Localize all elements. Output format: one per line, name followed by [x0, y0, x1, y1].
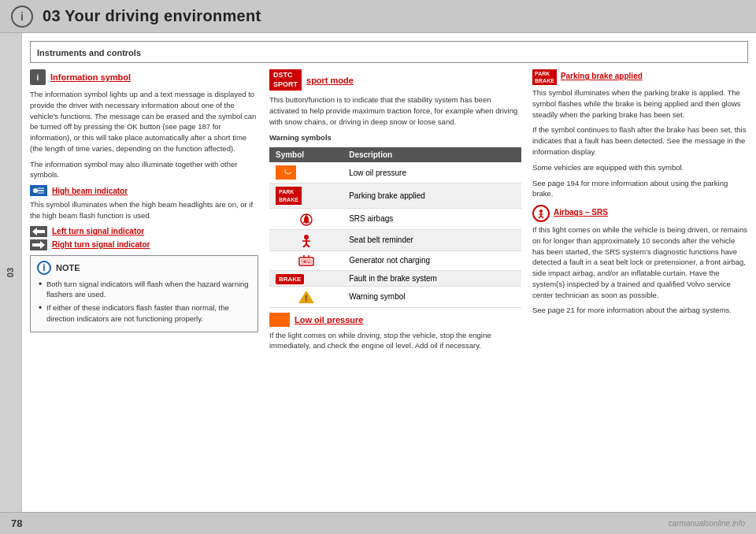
svg-point-0: [33, 188, 38, 193]
parking-brake-note: Some vehicles are equipped with this sym…: [532, 162, 748, 173]
high-beam-label: High beam indicator: [52, 187, 128, 195]
warning-symbols-label: Warning symbols: [269, 132, 521, 143]
park-brake-badge: PARKBRAKE: [276, 187, 302, 204]
table-cell-symbol: + -: [269, 250, 343, 270]
table-row: BRAKE Fault in the brake system: [269, 270, 521, 286]
generator-icon: + -: [276, 254, 336, 267]
main-layout: 03 Instruments and controls i Informatio…: [0, 33, 756, 512]
warning-symbols-table: Symbol Description: [269, 147, 521, 307]
table-cell-symbol: PARKBRAKE: [269, 184, 343, 208]
high-beam-body: This symbol illuminates when the high be…: [30, 199, 258, 221]
right-turn-row: Right turn signal indicator: [30, 239, 258, 250]
dstc-line2: SPORT: [273, 80, 298, 90]
parking-brake-title: Parking brake applied: [561, 72, 643, 80]
svg-marker-4: [32, 228, 45, 235]
table-cell-symbol: [269, 208, 343, 229]
note-box: i NOTE Both turn signal indicators will …: [30, 255, 258, 332]
oil-pressure-icon: [276, 165, 296, 180]
table-cell-desc: Generator not charging: [343, 250, 521, 270]
chapter-number: 03: [6, 268, 16, 277]
parking-brake-page-ref: See page 194 for more information about …: [532, 178, 748, 200]
low-oil-body: If the light comes on while driving, sto…: [269, 330, 521, 352]
park-icon-sm: PARKBRAKE: [532, 69, 557, 85]
table-cell-desc: Seat belt reminder: [343, 229, 521, 250]
table-header-description: Description: [343, 147, 521, 162]
note-header: i NOTE: [37, 261, 251, 275]
section-box: Instruments and controls: [30, 41, 748, 63]
table-header-symbol: Symbol: [269, 147, 343, 162]
parking-brake-body1: This symbol illuminates when the parking…: [532, 87, 748, 120]
info-symbol-header: i Information symbol: [30, 69, 258, 85]
airbags-title: Airbags – SRS: [554, 208, 608, 217]
left-turn-icon: [30, 226, 47, 237]
middle-column: DSTC SPORT sport mode This button/functi…: [269, 69, 521, 507]
dstc-title: sport mode: [306, 76, 354, 85]
table-row: ! Warning symbol: [269, 286, 521, 307]
info-symbol-body1: The information symbol lights up and a t…: [30, 89, 258, 154]
info-symbol-title: Information symbol: [50, 72, 131, 82]
watermark-text: carmanualsonline.info: [669, 519, 745, 528]
table-row: + - Generator not charging: [269, 250, 521, 270]
left-column: i Information symbol The information sym…: [30, 69, 258, 507]
high-beam-icon: [30, 185, 47, 196]
airbags-body: If this light comes on while the vehicle…: [532, 224, 748, 300]
svg-point-11: [304, 235, 309, 239]
table-row: SRS airbags: [269, 208, 521, 229]
table-cell-desc: Warning symbol: [343, 286, 521, 307]
dstc-line1: DSTC: [273, 71, 298, 80]
seatbelt-icon: [276, 233, 336, 247]
table-cell-symbol: [269, 229, 343, 250]
table-row: Low oil pressure: [269, 162, 521, 184]
svg-point-24: [539, 210, 543, 213]
parking-brake-header-row: PARKBRAKE Parking brake applied: [532, 69, 748, 85]
page-title: 03 Your driving environment: [43, 7, 261, 25]
note-list: Both turn signal indicators will flash w…: [37, 279, 251, 324]
low-oil-title: Low oil pressure: [295, 315, 363, 324]
bottom-bar: 78 carmanualsonline.info: [0, 512, 756, 534]
left-turn-row: Left turn signal indicator: [30, 226, 258, 237]
dstc-sport-header: DSTC SPORT sport mode: [269, 69, 521, 91]
svg-line-27: [541, 216, 543, 218]
dstc-body: This button/function is to indicate that…: [269, 95, 521, 127]
svg-text:+: +: [303, 259, 306, 265]
three-col-layout: i Information symbol The information sym…: [30, 69, 748, 507]
left-turn-label: Left turn signal indicator: [52, 227, 144, 235]
dstc-badge: DSTC SPORT: [269, 69, 302, 91]
right-turn-label: Right turn signal indicator: [52, 240, 150, 249]
note-icon: i: [37, 261, 51, 275]
right-turn-icon: [30, 239, 47, 250]
table-cell-desc: Parking brake applied: [343, 184, 521, 208]
parking-brake-section: PARKBRAKE Parking brake applied This sym…: [532, 69, 748, 199]
table-row: PARKBRAKE Parking brake applied: [269, 184, 521, 208]
svg-line-14: [306, 244, 309, 247]
table-cell-symbol: !: [269, 286, 343, 307]
srs-icon: [276, 212, 336, 226]
svg-text:!: !: [305, 295, 307, 303]
table-cell-symbol: [269, 162, 343, 184]
low-oil-section: Low oil pressure If the light comes on w…: [269, 313, 521, 352]
info-symbol-body2: The information symbol may also illumina…: [30, 159, 258, 181]
page-number: 78: [11, 517, 22, 529]
chapter-tab: 03: [0, 33, 22, 512]
content-area: Instruments and controls i Information s…: [22, 33, 756, 512]
warning-triangle-icon: !: [276, 290, 336, 304]
low-oil-icon: [269, 313, 290, 327]
table-cell-desc: SRS airbags: [343, 208, 521, 229]
airbags-section: Airbags – SRS If this light comes on whi…: [532, 205, 748, 316]
svg-marker-5: [32, 241, 45, 249]
table-cell-desc: Low oil pressure: [343, 162, 521, 184]
chapter-icon-symbol: i: [20, 10, 24, 23]
right-column: PARKBRAKE Parking brake applied This sym…: [532, 69, 748, 507]
page-header: i 03 Your driving environment: [0, 0, 756, 33]
table-cell-desc: Fault in the brake system: [343, 270, 521, 286]
note-title: NOTE: [56, 263, 80, 273]
table-cell-symbol: BRAKE: [269, 270, 343, 286]
parking-brake-body2: If the symbol continues to flash after t…: [532, 124, 748, 157]
note-item-1: Both turn signal indicators will flash w…: [37, 279, 251, 301]
airbags-page-ref: See page 21 for more information about t…: [532, 305, 748, 316]
low-oil-header-row: Low oil pressure: [269, 313, 521, 327]
section-title: Instruments and controls: [37, 48, 141, 57]
airbags-header-row: Airbags – SRS: [532, 205, 748, 222]
brake-badge: BRAKE: [276, 274, 304, 284]
note-item-2: If either of these indicators flash fast…: [37, 302, 251, 324]
